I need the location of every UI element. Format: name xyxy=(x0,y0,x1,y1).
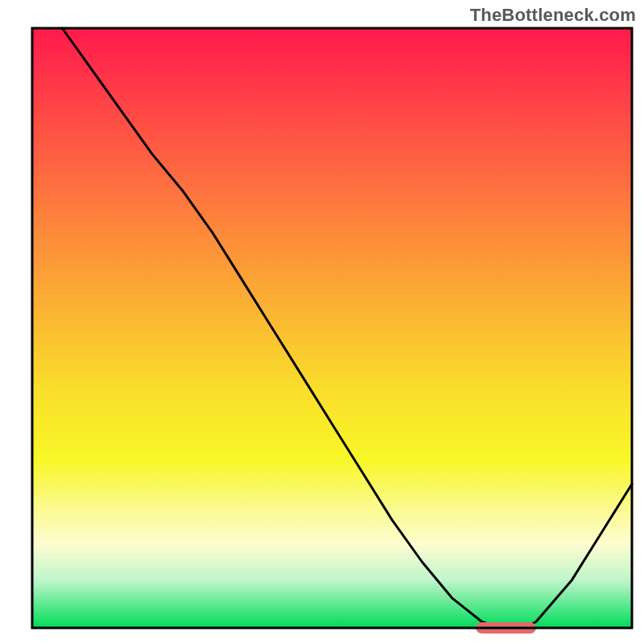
chart-svg xyxy=(0,0,644,644)
svg-rect-0 xyxy=(32,28,632,628)
attribution-label: TheBottleneck.com xyxy=(470,5,636,26)
bottleneck-chart: TheBottleneck.com xyxy=(0,0,644,644)
